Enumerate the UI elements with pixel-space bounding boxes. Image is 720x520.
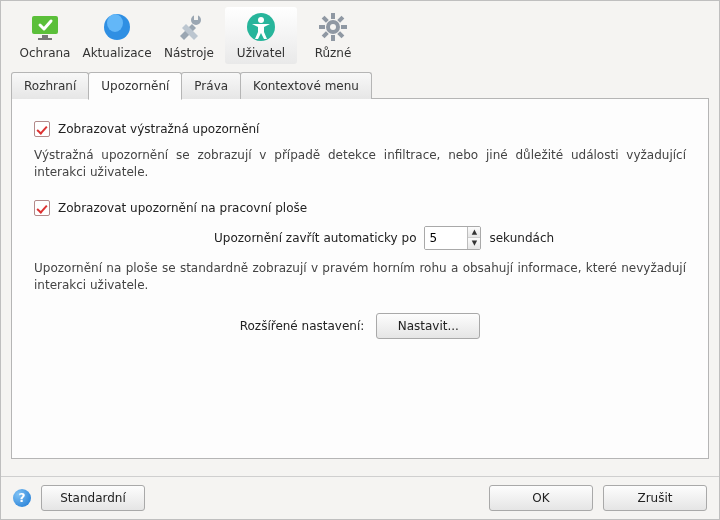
spinner-up-icon[interactable]: ▲: [468, 227, 480, 239]
advanced-label: Rozšířené nastavení:: [240, 319, 365, 333]
show-desktop-checkbox-row[interactable]: Zobrazovat upozornění na pracovní ploše: [34, 200, 686, 216]
tab-kontextove-menu[interactable]: Kontextové menu: [240, 72, 372, 99]
help-icon[interactable]: ?: [13, 489, 31, 507]
svg-rect-1: [42, 35, 48, 38]
user-accessibility-icon: [245, 11, 277, 43]
svg-rect-13: [319, 25, 325, 29]
toolbar-item-ruzne[interactable]: Různé: [297, 7, 369, 64]
svg-rect-10: [331, 13, 335, 19]
show-alerts-label: Zobrazovat výstražná upozornění: [58, 122, 259, 136]
checkbox-icon[interactable]: [34, 121, 50, 137]
toolbar-item-ochrana[interactable]: Ochrana: [9, 7, 81, 64]
svg-point-18: [330, 24, 336, 30]
tab-prava[interactable]: Práva: [181, 72, 241, 99]
svg-rect-14: [337, 16, 344, 23]
spinner-arrows: ▲ ▼: [467, 227, 480, 249]
svg-rect-2: [38, 38, 52, 40]
autoclose-row: Upozornění zavřít automaticky po ▲ ▼ sek…: [214, 226, 686, 250]
svg-rect-11: [331, 35, 335, 41]
advanced-settings-button[interactable]: Nastavit...: [376, 313, 480, 339]
autoclose-suffix: sekundách: [489, 231, 554, 245]
toolbar-label: Uživatel: [237, 46, 285, 60]
shield-check-icon: [29, 11, 61, 43]
toolbar-item-aktualizace[interactable]: Aktualizace: [81, 7, 153, 64]
toolbar-item-uzivatel[interactable]: Uživatel: [225, 7, 297, 64]
show-desktop-label: Zobrazovat upozornění na pracovní ploše: [58, 201, 307, 215]
cancel-button[interactable]: Zrušit: [603, 485, 707, 511]
alerts-description: Výstražná upozornění se zobrazují v příp…: [34, 147, 686, 182]
tab-bar: Rozhraní Upozornění Práva Kontextové men…: [1, 72, 719, 99]
tab-rozhrani[interactable]: Rozhraní: [11, 72, 89, 99]
show-alerts-checkbox-row[interactable]: Zobrazovat výstražná upozornění: [34, 121, 686, 137]
globe-icon: [101, 11, 133, 43]
defaults-button[interactable]: Standardní: [41, 485, 145, 511]
toolbar-label: Nástroje: [164, 46, 214, 60]
autoclose-spinner[interactable]: ▲ ▼: [424, 226, 481, 250]
checkbox-icon[interactable]: [34, 200, 50, 216]
settings-pane: Zobrazovat výstražná upozornění Výstražn…: [11, 99, 709, 459]
toolbar-label: Aktualizace: [82, 46, 151, 60]
dialog-footer: ? Standardní OK Zrušit: [1, 476, 719, 519]
tab-upozorneni[interactable]: Upozornění: [88, 72, 182, 100]
svg-rect-12: [341, 25, 347, 29]
svg-rect-17: [322, 16, 329, 23]
gear-icon: [317, 11, 349, 43]
advanced-row: Rozšířené nastavení: Nastavit...: [34, 313, 686, 339]
spinner-down-icon[interactable]: ▼: [468, 238, 480, 249]
desktop-description: Upozornění na ploše se standardně zobraz…: [34, 260, 686, 295]
ok-button[interactable]: OK: [489, 485, 593, 511]
svg-rect-15: [322, 31, 329, 38]
autoclose-prefix: Upozornění zavřít automaticky po: [214, 231, 416, 245]
toolbar-label: Ochrana: [20, 46, 71, 60]
toolbar-label: Různé: [315, 46, 352, 60]
svg-rect-6: [194, 14, 198, 20]
svg-point-8: [258, 17, 264, 23]
autoclose-input[interactable]: [425, 227, 467, 249]
main-toolbar: Ochrana Aktualizace Nástroje Uživatel Rů…: [1, 1, 719, 66]
svg-rect-0: [32, 16, 58, 34]
svg-point-4: [107, 14, 123, 32]
svg-rect-16: [337, 31, 344, 38]
toolbar-item-nastroje[interactable]: Nástroje: [153, 7, 225, 64]
tools-icon: [173, 11, 205, 43]
